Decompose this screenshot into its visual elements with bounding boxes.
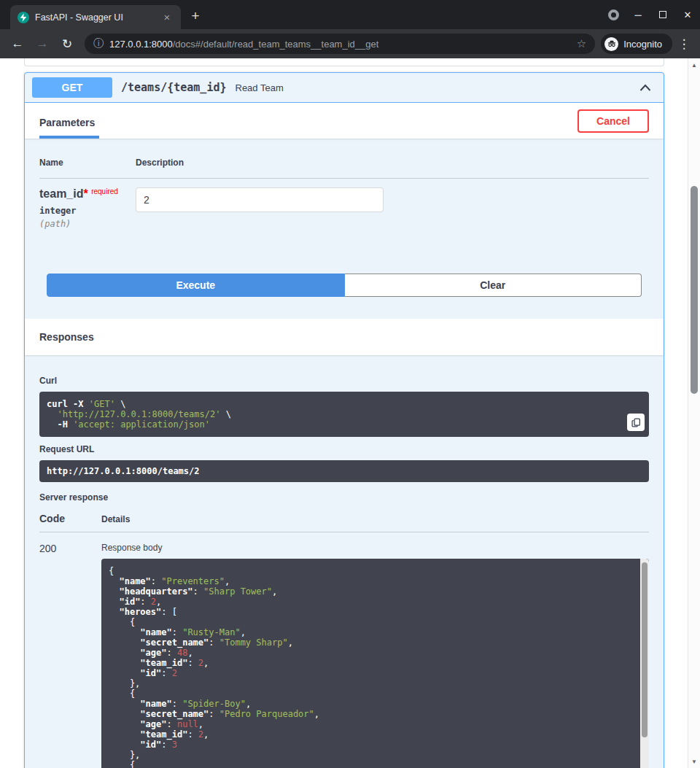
reload-icon[interactable]: ↻ <box>55 32 79 55</box>
request-url-block: http://127.0.0.1:8000/teams/2 <box>39 460 649 482</box>
parameter-meta: team_id* required integer (path) <box>39 187 136 236</box>
back-icon[interactable]: ← <box>6 32 29 55</box>
opblock-summary[interactable]: GET /teams/{team_id} Read Team <box>25 73 664 103</box>
request-url-label: Request URL <box>39 444 649 454</box>
page-scrollbar-thumb[interactable] <box>691 186 698 394</box>
window-controls: ─ ✕ <box>601 0 700 29</box>
site-info-icon[interactable]: ⓘ <box>93 37 104 50</box>
responses-section-header: Responses <box>25 319 664 355</box>
response-body-scrollbar[interactable] <box>640 559 649 768</box>
browser-menu-icon[interactable]: ⋮ <box>674 36 694 52</box>
page-scrollbar[interactable]: ▲ ▼ <box>688 58 700 768</box>
curl-command-block: curl -X 'GET' \ 'http://127.0.0.1:8000/t… <box>39 392 649 437</box>
response-body-block: { "name": "Preventers", "headquarters": … <box>101 559 649 768</box>
browser-titlebar: FastAPI - Swagger UI × + ─ ✕ <box>0 0 700 29</box>
column-description: Description <box>136 158 649 168</box>
maximize-button[interactable] <box>650 0 675 29</box>
incognito-badge: Incognito <box>601 34 672 54</box>
parameters-section-header: Parameters Cancel <box>25 103 664 139</box>
parameter-description-cell <box>136 187 384 236</box>
cancel-button[interactable]: Cancel <box>578 109 649 133</box>
column-details: Details <box>101 514 130 524</box>
execute-button-group: Execute Clear <box>47 274 642 297</box>
minimize-button[interactable]: ─ <box>626 0 650 29</box>
response-row: 200 Response body { "name": "Preventers"… <box>39 532 649 768</box>
scroll-down-icon[interactable]: ▼ <box>688 756 700 767</box>
parameters-table-head: Name Description <box>39 153 649 179</box>
response-body-scrollbar-thumb[interactable] <box>642 562 648 737</box>
parameter-name: team_id* required <box>39 187 136 201</box>
browser-navbar: ← → ↻ ⓘ 127.0.0.1:8000/docs#/default/rea… <box>0 29 700 58</box>
curl-label: Curl <box>39 376 649 386</box>
url-text: 127.0.0.1:8000/docs#/default/read_team_t… <box>109 39 571 50</box>
clear-button[interactable]: Clear <box>345 274 642 297</box>
method-badge[interactable]: GET <box>32 77 112 98</box>
tab-title: FastAPI - Swagger UI <box>35 12 155 23</box>
browser-badge-icon[interactable] <box>601 0 626 29</box>
forward-icon[interactable]: → <box>31 32 54 55</box>
execute-button[interactable]: Execute <box>47 274 345 297</box>
url-path: /docs#/default/read_team_teams__team_id_… <box>173 39 379 50</box>
parameters-body: Name Description team_id* required integ… <box>25 139 664 297</box>
response-table-head: Code Details <box>39 513 649 532</box>
team-id-input[interactable] <box>136 187 384 212</box>
tab-close-icon[interactable]: × <box>160 11 174 24</box>
swagger-page: GET /teams/{team_id} Read Team Parameter… <box>0 58 700 768</box>
responses-body: Curl curl -X 'GET' \ 'http://127.0.0.1:8… <box>25 355 664 768</box>
endpoint-summary: Read Team <box>236 82 635 93</box>
response-body-label: Response body <box>101 543 649 553</box>
response-details: Response body { "name": "Preventers", "h… <box>101 543 649 768</box>
column-name: Name <box>39 158 136 168</box>
url-host: 127.0.0.1:8000 <box>109 39 173 50</box>
column-code: Code <box>39 513 101 524</box>
endpoint-path: /teams/{team_id} <box>121 81 227 94</box>
responses-heading: Responses <box>39 331 94 343</box>
required-star: * <box>83 187 88 200</box>
parameter-location: (path) <box>39 219 136 229</box>
incognito-icon <box>604 37 618 51</box>
copy-icon[interactable] <box>627 414 645 431</box>
server-response-label: Server response <box>39 492 649 503</box>
tab-parameters[interactable]: Parameters <box>39 106 99 139</box>
new-tab-button[interactable]: + <box>185 6 206 26</box>
previous-block-bottom-edge <box>24 58 664 66</box>
address-bar[interactable]: ⓘ 127.0.0.1:8000/docs#/default/read_team… <box>85 34 595 54</box>
close-button[interactable]: ✕ <box>675 0 700 29</box>
parameter-row: team_id* required integer (path) <box>39 187 649 236</box>
required-label: required <box>91 187 118 195</box>
collapse-chevron-icon[interactable] <box>634 79 656 96</box>
opblock-get-teams: GET /teams/{team_id} Read Team Parameter… <box>24 72 664 768</box>
browser-tab[interactable]: FastAPI - Swagger UI × <box>10 5 181 29</box>
status-code: 200 <box>39 543 101 768</box>
parameter-type: integer <box>39 206 136 216</box>
scroll-up-icon[interactable]: ▲ <box>688 59 700 71</box>
incognito-label: Incognito <box>623 39 662 50</box>
bookmark-star-icon[interactable]: ☆ <box>577 37 586 50</box>
fastapi-favicon <box>18 12 29 23</box>
